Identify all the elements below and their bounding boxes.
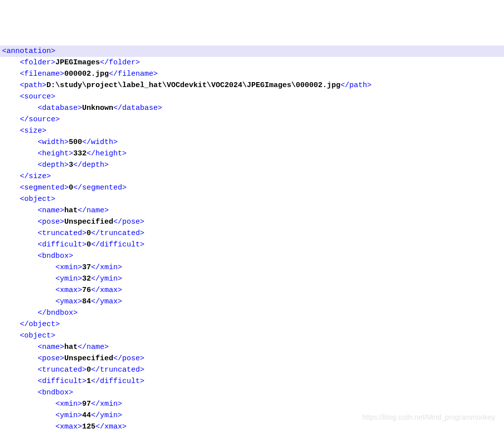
code-line: <width>500</width>	[0, 137, 504, 148]
code-line: <pose>Unspecified</pose>	[0, 216, 504, 228]
code-line: <xmax>76</xmax>	[0, 285, 504, 296]
code-line: <truncated>0</truncated>	[0, 364, 504, 376]
code-line: <xmin>97</xmin>	[0, 398, 504, 410]
code-line: <truncated>0</truncated>	[0, 228, 504, 239]
code-line: <object>	[0, 330, 504, 341]
code-line: <difficult>0</difficult>	[0, 239, 504, 250]
xml-code-block: <annotation> <folder>JPEGImages</folder>…	[0, 46, 504, 432]
code-line: <name>hat</name>	[0, 341, 504, 353]
code-line: <ymin>44</ymin>	[0, 410, 504, 421]
code-line: <folder>JPEGImages</folder>	[0, 57, 504, 68]
code-line: <name>hat</name>	[0, 205, 504, 216]
code-line: <annotation>	[0, 46, 504, 57]
code-line: <pose>Unspecified</pose>	[0, 353, 504, 364]
code-line: <xmin>37</xmin>	[0, 262, 504, 273]
code-line: <ymin>32</ymin>	[0, 273, 504, 285]
code-line: <bndbox>	[0, 387, 504, 398]
code-line: <segmented>0</segmented>	[0, 182, 504, 193]
code-line: <database>Unknown</database>	[0, 102, 504, 114]
code-line: <filename>000002.jpg</filename>	[0, 68, 504, 80]
code-line: </size>	[0, 171, 504, 182]
code-line: <size>	[0, 125, 504, 137]
code-line: <height>332</height>	[0, 148, 504, 159]
code-line: <object>	[0, 193, 504, 205]
code-line: <path>D:\study\project\label_hat\VOCdevk…	[0, 80, 504, 91]
code-line: <depth>3</depth>	[0, 159, 504, 171]
code-line: </bndbox>	[0, 307, 504, 319]
code-line: <difficult>1</difficult>	[0, 376, 504, 387]
code-line: <ymax>84</ymax>	[0, 296, 504, 307]
code-line: <source>	[0, 91, 504, 102]
code-line: <xmax>125</xmax>	[0, 421, 504, 432]
code-line: </object>	[0, 319, 504, 330]
code-line: </source>	[0, 114, 504, 125]
code-line: <bndbox>	[0, 250, 504, 262]
